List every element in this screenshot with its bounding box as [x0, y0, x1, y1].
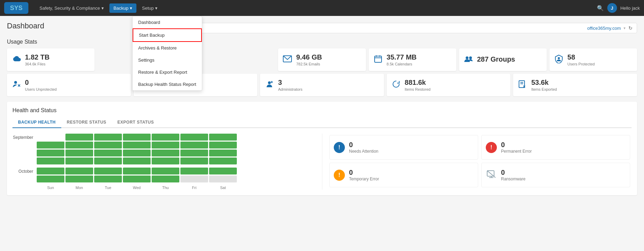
cal-block [152, 168, 179, 174]
health-section: Health and Status BACKUP HEALTH RESTORE … [7, 102, 637, 195]
cal-block [94, 168, 122, 174]
health-title: Health and Status [12, 107, 632, 114]
dropdown-settings[interactable]: Settings [133, 54, 202, 66]
stat-files: 1.82 TB 364.6k Files [7, 48, 95, 71]
search-icon[interactable]: 🔍 [597, 5, 604, 11]
nav-safety[interactable]: Safety, Security & Compliance ▾ [35, 3, 108, 13]
tab-backup-health[interactable]: BACKUP HEALTH [12, 117, 61, 128]
ransomware-icon [486, 170, 497, 180]
exported-label: Items Exported [531, 87, 557, 91]
day-tue: Tue [94, 186, 122, 190]
day-fri: Fri [180, 186, 208, 190]
day-wed: Wed [123, 186, 151, 190]
exported-value: 53.6k [531, 79, 557, 87]
calendars-value: 35.77 MB [387, 53, 417, 61]
search-input[interactable] [143, 26, 584, 31]
dropdown-dashboard[interactable]: Dashboard [133, 16, 202, 28]
nav-backup-label: Backup [114, 6, 128, 11]
cal-block [37, 176, 64, 182]
tab-restore-status[interactable]: RESTORE STATUS [61, 117, 112, 127]
groups-value: 287 Groups [477, 55, 515, 63]
cal-block [65, 158, 93, 164]
needs-attention-label: Needs Attention [349, 149, 378, 154]
logo-box: SYS [4, 2, 28, 14]
cal-block [94, 134, 122, 141]
refresh-icon[interactable]: ↻ [628, 25, 633, 31]
restored-value: 881.6k [405, 79, 431, 87]
unprotected-value: 0 [25, 79, 57, 87]
dropdown-health-report[interactable]: Backup Health Status Report [133, 78, 202, 90]
chevron-down-icon: ▾ [101, 6, 104, 11]
nav-backup[interactable]: Backup ▾ [109, 3, 136, 13]
cal-block [123, 176, 151, 182]
cal-block [94, 142, 122, 149]
cal-block [209, 150, 237, 156]
calendar-chart-area: September [12, 134, 322, 190]
dropdown-archives[interactable]: Archives & Restore [133, 42, 202, 54]
stat-restored: 881.6k Items Restored [387, 74, 511, 96]
svg-point-15 [268, 81, 271, 84]
cal-block [37, 168, 64, 174]
restore-icon [391, 80, 401, 91]
stat-groups: 287 Groups [459, 48, 547, 71]
cal-block [152, 176, 179, 182]
day-mon: Mon [65, 186, 93, 190]
svg-rect-1 [375, 56, 382, 62]
cal-block [152, 134, 179, 141]
files-label: 364.6k Files [25, 62, 50, 66]
status-ransomware: 0 Ransomware [481, 163, 630, 187]
nav-setup-label: Setup [142, 6, 154, 11]
calendars-label: 8.5k Calendars [387, 62, 417, 66]
october-row: October [12, 168, 316, 183]
cal-block [123, 150, 151, 156]
domain-select[interactable]: office365my.com [587, 26, 621, 31]
day-thu: Thu [152, 186, 179, 190]
cal-block [65, 134, 93, 141]
users-protected-label: Users Protected [567, 62, 595, 66]
avatar: J [607, 3, 617, 13]
temporary-error-count: 0 [349, 169, 379, 177]
day-sun: Sun [37, 186, 64, 190]
navbar: SYS Safety, Security & Compliance ▾ Back… [0, 0, 644, 16]
svg-point-7 [558, 57, 560, 59]
needs-attention-count: 0 [349, 141, 378, 149]
cal-block [123, 158, 151, 164]
tab-export-status[interactable]: EXPORT STATUS [112, 117, 159, 127]
stat-exported: 53.6k Items Exported [513, 74, 637, 96]
cal-block [65, 150, 93, 156]
cal-block [94, 150, 122, 156]
stat-unprotected: 0 Users Unprotected [7, 74, 131, 96]
cal-block [209, 134, 237, 141]
cal-block [180, 142, 208, 149]
files-value: 1.82 TB [25, 53, 50, 61]
stats-row2: 0 Users Unprotected Days Protected 3 Adm… [7, 74, 637, 96]
health-body: September [12, 134, 632, 190]
dropdown-start-backup[interactable]: Start Backup [133, 28, 202, 42]
day-labels: Sun Mon Tue Wed Thu Fri Sat [37, 186, 316, 190]
permanent-error-label: Permanent Error [501, 149, 532, 154]
cal-block [152, 142, 179, 149]
cal-block [94, 176, 122, 182]
admins-label: Administrators [278, 87, 302, 91]
cal-block [209, 158, 237, 164]
cal-block [65, 142, 93, 149]
page-content: Dashboard office365my.com ▾ ↻ Usage Stat… [0, 16, 644, 201]
sep-blocks [37, 134, 237, 165]
shield-user-icon [554, 54, 564, 65]
dropdown-restore-export[interactable]: Restore & Export Report [133, 66, 202, 78]
cal-block [152, 158, 179, 164]
usage-stats-title: Usage Stats [7, 39, 637, 45]
nav-safety-label: Safety, Security & Compliance [39, 6, 100, 11]
cal-block [37, 150, 64, 156]
logo[interactable]: SYS [4, 2, 28, 14]
nav-setup[interactable]: Setup ▾ [138, 3, 162, 13]
search-bar: office365my.com ▾ ↻ [138, 23, 637, 33]
cal-block-empty [37, 134, 64, 141]
temporary-error-icon: ! [334, 170, 345, 181]
email-icon [282, 55, 293, 64]
chevron-down-icon-domain: ▾ [624, 26, 626, 30]
status-needs-attention: ! 0 Needs Attention [329, 135, 478, 160]
cal-block [123, 142, 151, 149]
user-greeting: Hello jack [620, 6, 640, 11]
permanent-error-icon: ! [486, 142, 497, 153]
